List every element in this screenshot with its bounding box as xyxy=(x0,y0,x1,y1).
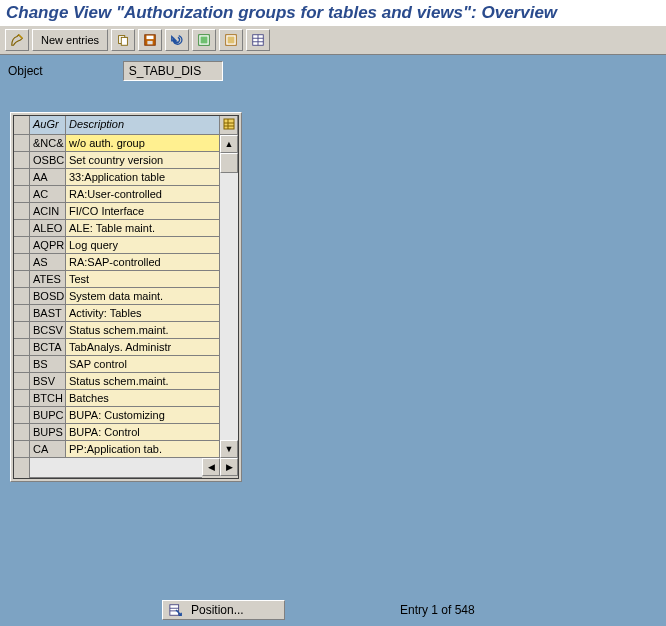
table-row[interactable]: &NC&w/o auth. group xyxy=(14,135,220,152)
vertical-scrollbar[interactable]: ▲ ▼ xyxy=(220,135,238,458)
table-row[interactable]: ALEOALE: Table maint. xyxy=(14,220,220,237)
header-augr[interactable]: AuGr xyxy=(30,116,66,135)
table-config-icon[interactable] xyxy=(220,116,238,135)
cell-augr[interactable]: BOSD xyxy=(30,288,66,305)
table-row[interactable]: BASTActivity: Tables xyxy=(14,305,220,322)
edit-expand-button[interactable] xyxy=(5,29,29,51)
cell-augr[interactable]: OSBC xyxy=(30,152,66,169)
cell-description[interactable]: Status schem.maint. xyxy=(66,322,220,339)
table-row[interactable]: BCTATabAnalys. Administr xyxy=(14,339,220,356)
header-select[interactable] xyxy=(14,116,30,135)
table-row[interactable]: BUPCBUPA: Customizing xyxy=(14,407,220,424)
svg-rect-4 xyxy=(147,41,152,45)
row-selector[interactable] xyxy=(14,271,30,288)
cell-description[interactable]: Test xyxy=(66,271,220,288)
row-selector[interactable] xyxy=(14,203,30,220)
cell-augr[interactable]: BSV xyxy=(30,373,66,390)
copy-button[interactable] xyxy=(111,29,135,51)
object-field[interactable]: S_TABU_DIS xyxy=(123,61,223,81)
row-selector[interactable] xyxy=(14,407,30,424)
scroll-track[interactable] xyxy=(220,153,238,440)
cell-description[interactable]: ALE: Table maint. xyxy=(66,220,220,237)
row-selector[interactable] xyxy=(14,220,30,237)
cell-augr[interactable]: BCSV xyxy=(30,322,66,339)
cell-augr[interactable]: BTCH xyxy=(30,390,66,407)
cell-description[interactable]: BUPA: Control xyxy=(66,424,220,441)
deselect-all-button[interactable] xyxy=(219,29,243,51)
cell-description[interactable]: RA:SAP-controlled xyxy=(66,254,220,271)
row-selector[interactable] xyxy=(14,339,30,356)
cell-description[interactable]: BUPA: Customizing xyxy=(66,407,220,424)
cell-description[interactable]: PP:Application tab. xyxy=(66,441,220,458)
cell-augr[interactable]: CA xyxy=(30,441,66,458)
table-row[interactable]: ACINFI/CO Interface xyxy=(14,203,220,220)
cell-description[interactable]: SAP control xyxy=(66,356,220,373)
select-all-button[interactable] xyxy=(192,29,216,51)
position-button[interactable]: Position... xyxy=(162,600,285,620)
scroll-right-button[interactable]: ▶ xyxy=(220,458,238,476)
cell-augr[interactable]: BS xyxy=(30,356,66,373)
scroll-up-button[interactable]: ▲ xyxy=(220,135,238,153)
config-table-button[interactable] xyxy=(246,29,270,51)
cell-description[interactable]: RA:User-controlled xyxy=(66,186,220,203)
cell-augr[interactable]: ALEO xyxy=(30,220,66,237)
row-selector[interactable] xyxy=(14,288,30,305)
cell-augr[interactable]: AC xyxy=(30,186,66,203)
cell-description[interactable]: Set country version xyxy=(66,152,220,169)
cell-augr[interactable]: AS xyxy=(30,254,66,271)
table-row[interactable]: AQPRLog query xyxy=(14,237,220,254)
cell-augr[interactable]: BAST xyxy=(30,305,66,322)
row-selector[interactable] xyxy=(14,356,30,373)
row-selector[interactable] xyxy=(14,254,30,271)
header-description[interactable]: Description xyxy=(66,116,220,135)
new-entries-button[interactable]: New entries xyxy=(32,29,108,51)
cell-description[interactable]: TabAnalys. Administr xyxy=(66,339,220,356)
table-row[interactable]: BCSVStatus schem.maint. xyxy=(14,322,220,339)
row-selector[interactable] xyxy=(14,186,30,203)
table-row[interactable]: BUPSBUPA: Control xyxy=(14,424,220,441)
cell-augr[interactable]: &NC& xyxy=(30,135,66,152)
row-selector[interactable] xyxy=(14,424,30,441)
row-selector[interactable] xyxy=(14,322,30,339)
cell-augr[interactable]: BUPS xyxy=(30,424,66,441)
scroll-thumb[interactable] xyxy=(220,153,238,173)
cell-description[interactable]: System data maint. xyxy=(66,288,220,305)
table-row[interactable]: CAPP:Application tab. xyxy=(14,441,220,458)
table-row[interactable]: BOSDSystem data maint. xyxy=(14,288,220,305)
table-row[interactable]: ASRA:SAP-controlled xyxy=(14,254,220,271)
scroll-left-button[interactable]: ◀ xyxy=(202,458,220,476)
cell-augr[interactable]: ACIN xyxy=(30,203,66,220)
cell-description[interactable]: Batches xyxy=(66,390,220,407)
cell-augr[interactable]: ATES xyxy=(30,271,66,288)
table-row[interactable]: ACRA:User-controlled xyxy=(14,186,220,203)
scroll-down-button[interactable]: ▼ xyxy=(220,440,238,458)
cell-description[interactable]: w/o auth. group xyxy=(66,135,220,152)
cell-augr[interactable]: AQPR xyxy=(30,237,66,254)
position-icon xyxy=(169,603,183,617)
cell-description[interactable]: Activity: Tables xyxy=(66,305,220,322)
table-row[interactable]: BSVStatus schem.maint. xyxy=(14,373,220,390)
table-row[interactable]: ATESTest xyxy=(14,271,220,288)
cell-description[interactable]: 33:Application table xyxy=(66,169,220,186)
table-row[interactable]: BTCHBatches xyxy=(14,390,220,407)
table-row[interactable]: OSBCSet country version xyxy=(14,152,220,169)
row-selector[interactable] xyxy=(14,390,30,407)
row-selector[interactable] xyxy=(14,305,30,322)
row-selector[interactable] xyxy=(14,169,30,186)
cell-augr[interactable]: BUPC xyxy=(30,407,66,424)
hscroll-track[interactable] xyxy=(30,458,202,478)
cell-augr[interactable]: BCTA xyxy=(30,339,66,356)
cell-augr[interactable]: AA xyxy=(30,169,66,186)
row-selector[interactable] xyxy=(14,441,30,458)
row-selector[interactable] xyxy=(14,237,30,254)
row-selector[interactable] xyxy=(14,373,30,390)
table-row[interactable]: BSSAP control xyxy=(14,356,220,373)
save-button[interactable] xyxy=(138,29,162,51)
cell-description[interactable]: Status schem.maint. xyxy=(66,373,220,390)
table-row[interactable]: AA33:Application table xyxy=(14,169,220,186)
cell-description[interactable]: FI/CO Interface xyxy=(66,203,220,220)
row-selector[interactable] xyxy=(14,135,30,152)
cell-description[interactable]: Log query xyxy=(66,237,220,254)
row-selector[interactable] xyxy=(14,152,30,169)
undo-button[interactable] xyxy=(165,29,189,51)
